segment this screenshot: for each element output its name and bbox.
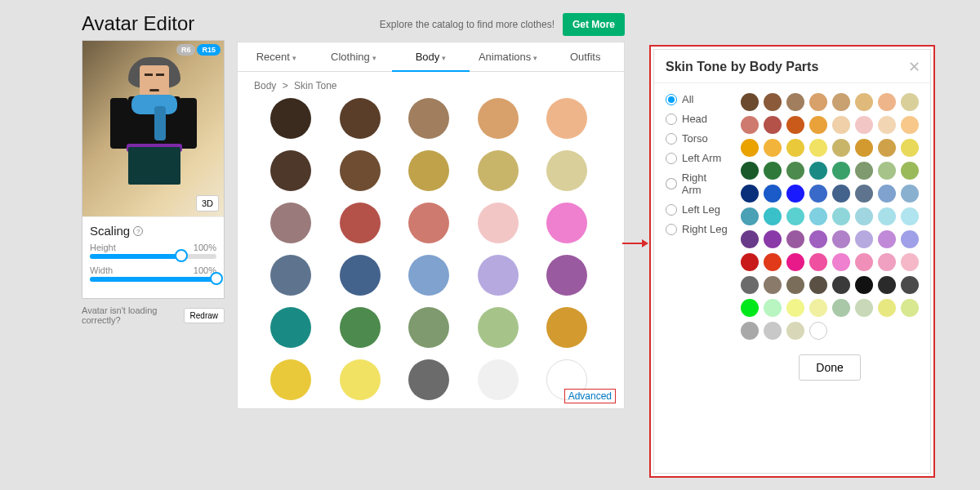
skin-tone-swatch[interactable] <box>340 98 381 139</box>
skin-tone-swatch[interactable] <box>270 307 311 348</box>
skin-tone-mini-swatch[interactable] <box>901 116 919 134</box>
skin-tone-mini-swatch[interactable] <box>809 299 827 317</box>
skin-tone-mini-swatch[interactable] <box>809 93 827 111</box>
body-part-radio[interactable]: Head <box>666 113 728 125</box>
body-part-radio[interactable]: Left Leg <box>666 203 728 216</box>
skin-tone-swatch[interactable] <box>546 203 587 243</box>
skin-tone-mini-swatch[interactable] <box>855 276 873 294</box>
skin-tone-mini-swatch[interactable] <box>901 230 919 248</box>
skin-tone-mini-swatch[interactable] <box>855 230 873 248</box>
skin-tone-mini-swatch[interactable] <box>786 322 804 340</box>
skin-tone-swatch[interactable] <box>270 359 311 400</box>
skin-tone-mini-swatch[interactable] <box>786 116 804 134</box>
body-part-radio[interactable]: Torso <box>666 132 728 145</box>
skin-tone-mini-swatch[interactable] <box>855 299 873 317</box>
skin-tone-swatch[interactable] <box>478 98 519 139</box>
skin-tone-swatch[interactable] <box>478 150 519 191</box>
skin-tone-swatch[interactable] <box>340 359 381 400</box>
skin-tone-mini-swatch[interactable] <box>764 253 782 271</box>
help-icon[interactable]: ? <box>133 226 143 236</box>
skin-tone-mini-swatch[interactable] <box>878 230 896 248</box>
skin-tone-mini-swatch[interactable] <box>832 139 850 157</box>
skin-tone-swatch[interactable] <box>478 359 519 400</box>
skin-tone-swatch[interactable] <box>340 307 381 348</box>
skin-tone-mini-swatch[interactable] <box>786 207 804 225</box>
close-icon[interactable]: ✕ <box>908 58 920 76</box>
skin-tone-mini-swatch[interactable] <box>809 253 827 271</box>
toggle-3d-button[interactable]: 3D <box>196 195 219 212</box>
skin-tone-mini-swatch[interactable] <box>741 276 759 294</box>
skin-tone-mini-swatch[interactable] <box>901 276 919 294</box>
skin-tone-swatch[interactable] <box>408 150 449 191</box>
skin-tone-mini-swatch[interactable] <box>809 116 827 134</box>
skin-tone-swatch[interactable] <box>408 307 449 348</box>
skin-tone-mini-swatch[interactable] <box>786 230 804 248</box>
body-part-radio[interactable]: All <box>666 93 728 105</box>
skin-tone-mini-swatch[interactable] <box>741 230 759 248</box>
skin-tone-mini-swatch[interactable] <box>832 253 850 271</box>
skin-tone-mini-swatch[interactable] <box>809 139 827 157</box>
skin-tone-swatch[interactable] <box>408 203 449 243</box>
width-slider[interactable] <box>90 277 216 282</box>
skin-tone-mini-swatch[interactable] <box>901 93 919 111</box>
skin-tone-mini-swatch[interactable] <box>764 230 782 248</box>
skin-tone-swatch[interactable] <box>408 98 449 139</box>
skin-tone-swatch[interactable] <box>270 255 311 296</box>
tab-outfits[interactable]: Outfits <box>546 42 624 71</box>
skin-tone-mini-swatch[interactable] <box>878 276 896 294</box>
skin-tone-mini-swatch[interactable] <box>786 162 804 180</box>
skin-tone-swatch[interactable] <box>340 255 381 296</box>
skin-tone-mini-swatch[interactable] <box>786 93 804 111</box>
skin-tone-mini-swatch[interactable] <box>832 299 850 317</box>
skin-tone-mini-swatch[interactable] <box>878 93 896 111</box>
skin-tone-mini-swatch[interactable] <box>741 93 759 111</box>
skin-tone-mini-swatch[interactable] <box>786 139 804 157</box>
skin-tone-swatch[interactable] <box>408 359 449 400</box>
skin-tone-mini-swatch[interactable] <box>741 207 759 225</box>
skin-tone-mini-swatch[interactable] <box>878 139 896 157</box>
skin-tone-mini-swatch[interactable] <box>901 207 919 225</box>
tab-animations[interactable]: Animations▾ <box>470 42 547 71</box>
skin-tone-mini-swatch[interactable] <box>764 299 782 317</box>
skin-tone-mini-swatch[interactable] <box>786 276 804 294</box>
skin-tone-mini-swatch[interactable] <box>832 185 850 203</box>
skin-tone-mini-swatch[interactable] <box>901 139 919 157</box>
redraw-button[interactable]: Redraw <box>184 308 225 323</box>
skin-tone-mini-swatch[interactable] <box>832 207 850 225</box>
skin-tone-mini-swatch[interactable] <box>809 322 827 340</box>
skin-tone-mini-swatch[interactable] <box>855 93 873 111</box>
r6-badge[interactable]: R6 <box>176 44 196 56</box>
skin-tone-swatch[interactable] <box>546 307 587 348</box>
skin-tone-mini-swatch[interactable] <box>764 322 782 340</box>
skin-tone-mini-swatch[interactable] <box>832 162 850 180</box>
tab-recent[interactable]: Recent▾ <box>238 42 315 71</box>
skin-tone-swatch[interactable] <box>340 150 381 191</box>
skin-tone-mini-swatch[interactable] <box>786 185 804 203</box>
skin-tone-mini-swatch[interactable] <box>809 162 827 180</box>
skin-tone-mini-swatch[interactable] <box>855 185 873 203</box>
skin-tone-mini-swatch[interactable] <box>741 116 759 134</box>
skin-tone-mini-swatch[interactable] <box>878 185 896 203</box>
skin-tone-mini-swatch[interactable] <box>764 93 782 111</box>
body-part-radio[interactable]: Right Arm <box>666 172 728 196</box>
skin-tone-mini-swatch[interactable] <box>901 162 919 180</box>
skin-tone-mini-swatch[interactable] <box>741 322 759 340</box>
body-part-radio[interactable]: Left Arm <box>666 152 728 164</box>
skin-tone-mini-swatch[interactable] <box>855 253 873 271</box>
skin-tone-mini-swatch[interactable] <box>878 253 896 271</box>
skin-tone-swatch[interactable] <box>340 203 381 243</box>
skin-tone-swatch[interactable] <box>546 255 587 296</box>
skin-tone-mini-swatch[interactable] <box>741 139 759 157</box>
advanced-link[interactable]: Advanced <box>564 389 616 403</box>
skin-tone-mini-swatch[interactable] <box>764 116 782 134</box>
skin-tone-mini-swatch[interactable] <box>832 93 850 111</box>
skin-tone-mini-swatch[interactable] <box>741 185 759 203</box>
skin-tone-mini-swatch[interactable] <box>741 299 759 317</box>
skin-tone-swatch[interactable] <box>546 150 587 191</box>
skin-tone-mini-swatch[interactable] <box>901 185 919 203</box>
skin-tone-mini-swatch[interactable] <box>832 276 850 294</box>
skin-tone-mini-swatch[interactable] <box>764 139 782 157</box>
skin-tone-mini-swatch[interactable] <box>764 162 782 180</box>
skin-tone-mini-swatch[interactable] <box>901 299 919 317</box>
done-button[interactable]: Done <box>799 354 860 381</box>
